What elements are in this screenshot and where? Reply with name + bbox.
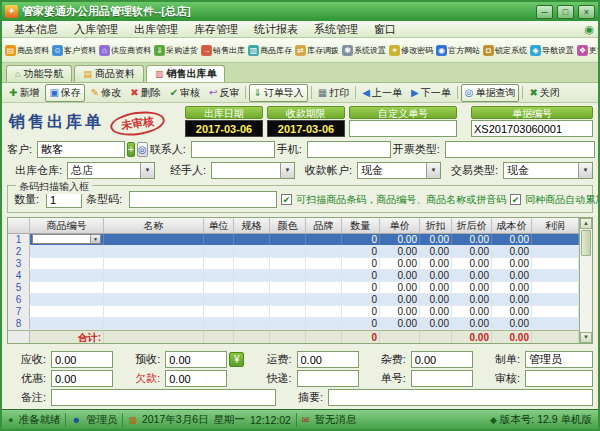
menu-item[interactable]: 统计报表 [246, 21, 306, 38]
cell-price[interactable]: 0.00 [380, 294, 420, 305]
phone-input[interactable] [307, 141, 391, 158]
cell-unit[interactable] [204, 258, 234, 269]
cell-dprice[interactable]: 0.00 [452, 318, 492, 329]
cell-price[interactable]: 0.00 [380, 246, 420, 257]
menu-item[interactable]: 窗口 [366, 21, 404, 38]
warehouse-combo[interactable]: 总店 ▼ [67, 162, 155, 179]
cell-discount[interactable]: 0.00 [420, 318, 452, 329]
cell-discount[interactable]: 0.00 [420, 246, 452, 257]
prepaid-input[interactable] [165, 351, 227, 368]
grid-row[interactable]: 1▼00.000.000.000.00 [8, 234, 579, 246]
toolbar-button[interactable]: ◘锁定系统 [482, 43, 528, 58]
customer-input[interactable] [37, 141, 125, 158]
cell-dprice[interactable]: 0.00 [452, 258, 492, 269]
scrollbar-thumb[interactable] [581, 230, 591, 256]
cell-price[interactable]: 0.00 [380, 258, 420, 269]
maximize-button[interactable]: □ [557, 5, 574, 19]
cell-brand[interactable] [306, 258, 342, 269]
toolbar-button[interactable]: ❖更换皮肤 [576, 43, 598, 58]
freight-input[interactable] [297, 351, 359, 368]
discount-input[interactable] [51, 370, 113, 387]
cell-name[interactable] [104, 306, 204, 317]
cell-discount[interactable]: 0.00 [420, 258, 452, 269]
prev-bill-button[interactable]: ◀上一单 [359, 85, 405, 101]
close-form-button[interactable]: ✖关闭 [526, 85, 562, 101]
cell-discount[interactable]: 0.00 [420, 294, 452, 305]
cell-discount[interactable]: 0.00 [420, 306, 452, 317]
close-button[interactable]: × [578, 5, 595, 19]
col-code[interactable]: 商品编号 [30, 218, 104, 233]
cell-dprice[interactable]: 0.00 [452, 270, 492, 281]
grid-vertical-scrollbar[interactable]: ▲ ▼ [579, 218, 592, 343]
cell-qty[interactable]: 0 [342, 318, 380, 329]
barcode-scan-checkbox[interactable]: ✔ [281, 194, 292, 205]
col-cost[interactable]: 成本价 [492, 218, 532, 233]
cell-cost[interactable]: 0.00 [492, 306, 532, 317]
grid-row[interactable]: 600.000.000.000.00 [8, 294, 579, 306]
cell-dprice[interactable]: 0.00 [452, 234, 492, 245]
product-code-combo[interactable]: ▼ [32, 234, 101, 244]
chevron-down-icon[interactable]: ▼ [426, 163, 440, 178]
cell-unit[interactable] [204, 234, 234, 245]
grid-row[interactable]: 200.000.000.000.00 [8, 246, 579, 258]
titlebar[interactable]: ✦ 管家婆通办公用品管理软件--[总店] ─ □ × [2, 2, 598, 21]
maker-input[interactable] [525, 351, 593, 368]
cell-name[interactable] [104, 270, 204, 281]
outbound-date-input[interactable] [185, 120, 263, 137]
cell-cost[interactable]: 0.00 [492, 294, 532, 305]
cell-unit[interactable] [204, 246, 234, 257]
cell-qty[interactable]: 0 [342, 234, 380, 245]
cell-profit[interactable] [532, 294, 579, 305]
trackno-input[interactable] [411, 370, 473, 387]
toolbar-button[interactable]: →销售出库 [200, 43, 246, 58]
scroll-down-icon[interactable]: ▼ [580, 332, 592, 343]
cell-spec[interactable] [234, 294, 270, 305]
menu-item[interactable]: 基本信息 [6, 21, 66, 38]
tab-active[interactable]: ▥销售出库单 [146, 65, 226, 82]
cell-color[interactable] [270, 318, 306, 329]
cell-brand[interactable] [306, 282, 342, 293]
print-button[interactable]: ▦打印 [315, 85, 352, 101]
cell-qty[interactable]: 0 [342, 246, 380, 257]
cell-unit[interactable] [204, 270, 234, 281]
cell-code[interactable] [30, 282, 104, 293]
toolbar-button[interactable]: ▤商品资料 [4, 43, 50, 58]
grid-row[interactable]: 400.000.000.000.00 [8, 270, 579, 282]
cell-color[interactable] [270, 258, 306, 269]
cell-name[interactable] [104, 294, 204, 305]
col-qty[interactable]: 数量 [342, 218, 380, 233]
minimize-button[interactable]: ─ [536, 5, 553, 19]
delete-button[interactable]: ✖删除 [127, 85, 163, 101]
cell-spec[interactable] [234, 306, 270, 317]
cell-name[interactable] [104, 318, 204, 329]
cell-spec[interactable] [234, 270, 270, 281]
cell-code[interactable] [30, 258, 104, 269]
cell-dprice[interactable]: 0.00 [452, 246, 492, 257]
cell-dprice[interactable]: 0.00 [452, 294, 492, 305]
custom-billno-input[interactable] [349, 120, 457, 137]
cell-price[interactable]: 0.00 [380, 306, 420, 317]
tab-item[interactable]: ⌂功能导航 [6, 65, 72, 82]
cell-unit[interactable] [204, 282, 234, 293]
col-discount[interactable]: 折扣 [420, 218, 452, 233]
cell-code[interactable] [30, 270, 104, 281]
col-spec[interactable]: 规格 [234, 218, 270, 233]
cell-profit[interactable] [532, 318, 579, 329]
col-profit[interactable]: 利润 [532, 218, 579, 233]
unaudit-button[interactable]: ↩反审 [206, 85, 242, 101]
toolbar-button[interactable]: ☺客户资料 [51, 43, 97, 58]
add-customer-icon[interactable]: + [127, 142, 135, 157]
cell-discount[interactable]: 0.00 [420, 270, 452, 281]
prepaid-money-icon[interactable]: ¥ [229, 352, 244, 367]
barcode-code-input[interactable] [129, 191, 277, 208]
col-color[interactable]: 颜色 [270, 218, 306, 233]
cell-brand[interactable] [306, 270, 342, 281]
cell-profit[interactable] [532, 282, 579, 293]
cell-qty[interactable]: 0 [342, 258, 380, 269]
trade-type-combo[interactable]: 现金 ▼ [503, 162, 593, 179]
invoice-type-input[interactable] [445, 141, 595, 158]
grid-row[interactable]: 800.000.000.000.00 [8, 318, 579, 330]
cell-spec[interactable] [234, 318, 270, 329]
contact-input[interactable] [191, 141, 275, 158]
chevron-down-icon[interactable]: ▼ [578, 163, 592, 178]
